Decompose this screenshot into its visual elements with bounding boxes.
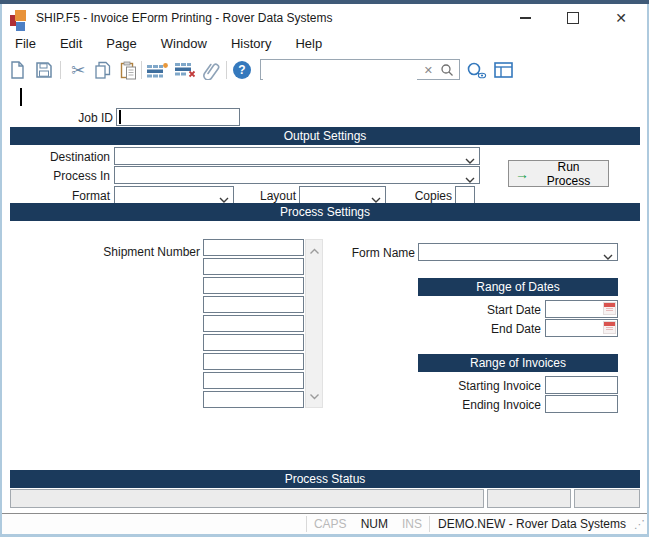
process-status-field-secondary <box>487 489 571 508</box>
layout-icon[interactable] <box>494 59 513 81</box>
copy-icon[interactable] <box>94 59 112 81</box>
chevron-down-icon <box>465 153 475 167</box>
copies-input[interactable] <box>455 186 475 204</box>
window-left-border <box>0 4 2 537</box>
shipment-number-input[interactable] <box>203 296 304 313</box>
cut-icon[interactable]: ✂ <box>66 59 90 81</box>
process-status-field-main <box>10 489 484 508</box>
shipment-number-list <box>203 239 304 408</box>
layout-select[interactable] <box>299 186 386 204</box>
save-icon[interactable] <box>35 59 53 81</box>
run-process-button[interactable]: → Run Process <box>508 160 609 187</box>
delete-rows-icon[interactable] <box>174 59 196 81</box>
end-date-input[interactable] <box>545 319 618 337</box>
menu-help[interactable]: Help <box>283 32 334 56</box>
clear-search-icon[interactable]: ✕ <box>424 62 433 78</box>
process-in-select[interactable] <box>114 166 480 184</box>
status-bar: CAPS NUM INS DEMO.NEW - Rover Data Syste… <box>2 514 647 534</box>
form-name-select[interactable] <box>418 243 618 261</box>
menu-bar: File Edit Page Window History Help <box>2 32 647 56</box>
job-id-input[interactable] <box>116 108 240 126</box>
paste-icon[interactable] <box>120 59 137 81</box>
copies-label: Copies <box>382 189 452 203</box>
scroll-up-icon[interactable] <box>309 244 320 258</box>
format-select[interactable] <box>114 186 234 204</box>
job-id-caret <box>119 110 121 124</box>
maximize-icon <box>567 12 579 24</box>
num-indicator: NUM <box>361 517 388 531</box>
shipment-number-input[interactable] <box>203 353 304 370</box>
minimize-icon <box>520 17 531 19</box>
new-document-icon[interactable] <box>8 59 26 81</box>
search-icon[interactable] <box>440 63 454 80</box>
close-button[interactable]: ✕ <box>606 6 636 30</box>
status-separator <box>306 516 307 532</box>
maximize-button[interactable] <box>558 6 588 30</box>
text-caret <box>20 88 22 106</box>
starting-invoice-label: Starting Invoice <box>436 379 541 393</box>
app-icon-blue-square <box>16 22 25 31</box>
find-record-icon[interactable] <box>466 59 487 81</box>
status-separator <box>429 516 430 532</box>
start-date-label: Start Date <box>436 303 541 317</box>
ending-invoice-input[interactable] <box>545 395 618 413</box>
attachment-icon[interactable] <box>202 59 220 81</box>
menu-window[interactable]: Window <box>149 32 219 56</box>
job-id-label: Job ID <box>33 111 113 125</box>
toolbar-separator <box>226 61 227 79</box>
form-name-label: Form Name <box>345 246 415 260</box>
insert-rows-icon[interactable] <box>146 59 168 81</box>
process-status-banner: Process Status <box>10 470 640 488</box>
scissors-glyph: ✂ <box>71 62 85 79</box>
range-of-dates-banner: Range of Dates <box>418 278 618 296</box>
help-icon[interactable]: ? <box>233 59 251 81</box>
window-title: SHIP.F5 - Invoice EForm Printing - Rover… <box>36 4 333 32</box>
close-icon: ✕ <box>615 11 627 25</box>
destination-select[interactable] <box>114 147 480 165</box>
title-bar[interactable]: SHIP.F5 - Invoice EForm Printing - Rover… <box>2 4 647 32</box>
output-settings-banner: Output Settings <box>10 127 640 145</box>
app-window: SHIP.F5 - Invoice EForm Printing - Rover… <box>0 0 649 537</box>
start-date-input[interactable] <box>545 300 618 318</box>
ending-invoice-label: Ending Invoice <box>436 398 541 412</box>
shipment-number-input[interactable] <box>203 277 304 294</box>
calendar-icon[interactable] <box>603 321 616 334</box>
caps-indicator: CAPS <box>314 517 347 531</box>
resize-grip[interactable]: ⋰ <box>634 518 645 531</box>
shipment-number-input[interactable] <box>203 391 304 408</box>
menu-page[interactable]: Page <box>94 32 148 56</box>
shipment-number-label: Shipment Number <box>60 245 200 259</box>
shipment-number-input[interactable] <box>203 258 304 275</box>
layout-label: Layout <box>226 189 296 203</box>
menu-file[interactable]: File <box>3 32 48 56</box>
starting-invoice-input[interactable] <box>545 376 618 394</box>
shipment-number-input[interactable] <box>203 334 304 351</box>
question-glyph: ? <box>233 61 251 79</box>
app-icon-orange-square <box>15 10 26 21</box>
process-settings-banner: Process Settings <box>10 203 640 221</box>
toolbar-separator <box>60 61 61 79</box>
shipment-scrollbar[interactable] <box>305 239 323 408</box>
destination-label: Destination <box>20 150 110 164</box>
menu-history[interactable]: History <box>219 32 283 56</box>
search-box: ✕ <box>260 59 460 80</box>
app-icon <box>10 10 30 30</box>
range-of-invoices-banner: Range of Invoices <box>418 354 618 372</box>
shipment-number-input[interactable] <box>203 315 304 332</box>
ins-indicator: INS <box>402 517 422 531</box>
calendar-icon[interactable] <box>603 302 616 315</box>
shipment-number-input[interactable] <box>203 372 304 389</box>
end-date-label: End Date <box>436 322 541 336</box>
format-label: Format <box>20 189 110 203</box>
session-label: DEMO.NEW - Rover Data Systems <box>438 517 626 531</box>
run-process-label: Run Process <box>535 160 602 188</box>
chevron-down-icon <box>465 172 475 186</box>
scroll-down-icon[interactable] <box>309 389 320 403</box>
shipment-number-input[interactable] <box>203 239 304 256</box>
process-status-field-tertiary <box>574 489 640 508</box>
chevron-down-icon <box>603 249 613 263</box>
menu-edit[interactable]: Edit <box>48 32 94 56</box>
search-input[interactable] <box>263 61 417 80</box>
toolbar: ✂ ? ✕ <box>2 56 647 84</box>
minimize-button[interactable] <box>510 6 540 30</box>
